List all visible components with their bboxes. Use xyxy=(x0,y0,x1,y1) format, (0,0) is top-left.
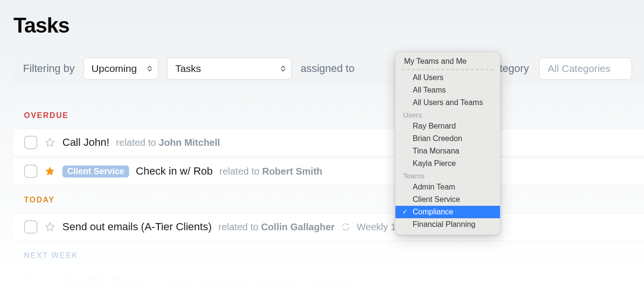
task-row[interactable]: Client Service Check in w/ Rob related t… xyxy=(13,157,644,185)
task-row[interactable]: Send out emails (A-Tier Clients) related… xyxy=(13,213,644,241)
star-icon[interactable] xyxy=(44,276,56,288)
filtering-by-label: Filtering by xyxy=(23,62,75,75)
type-value: Tasks xyxy=(175,63,201,74)
star-icon[interactable] xyxy=(44,137,56,148)
dropdown-item-user[interactable]: Brian Creedon xyxy=(395,132,500,145)
category-select[interactable]: All Categories xyxy=(539,58,632,80)
dropdown-item-team[interactable]: Admin Team xyxy=(395,181,500,193)
related-contact[interactable]: Collin Gallagher xyxy=(261,222,334,232)
dropdown-item-team-selected[interactable]: Compliance xyxy=(395,206,500,218)
task-related: related to Robert Smith xyxy=(219,166,322,177)
section-header-today: Today xyxy=(13,185,644,213)
page-title: Tasks xyxy=(13,13,644,37)
star-icon-filled[interactable] xyxy=(44,165,56,177)
section-header-next-week: Next Week xyxy=(13,241,644,269)
dropdown-item-user[interactable]: Tina Morsana xyxy=(395,145,500,157)
timeframe-value: Upcoming xyxy=(92,63,137,74)
task-title: Call John! xyxy=(62,136,109,149)
dropdown-item-all-users[interactable]: All Users xyxy=(395,71,500,84)
type-select[interactable]: Tasks xyxy=(167,58,292,80)
dropdown-item-all-teams[interactable]: All Teams xyxy=(395,84,500,96)
task-category-badge: Client Service xyxy=(62,165,129,177)
task-title: Check in w/ Rob xyxy=(136,165,213,177)
star-icon[interactable] xyxy=(44,221,56,233)
timeframe-select[interactable]: Upcoming xyxy=(83,58,159,80)
task-row[interactable]: Run RMD Report Weekly on Mondays assigne… xyxy=(13,269,644,295)
dropdown-item-user[interactable]: Ray Bernard xyxy=(395,120,500,132)
repeat-icon xyxy=(150,278,159,286)
section-header-overdue: Overdue xyxy=(13,101,644,129)
dropdown-group-teams: Teams xyxy=(395,170,500,181)
task-checkbox[interactable] xyxy=(24,136,37,149)
category-value: All Categories xyxy=(548,63,610,74)
dropdown-item-team[interactable]: Financial Planning xyxy=(395,218,500,231)
related-contact[interactable]: Robert Smith xyxy=(262,166,322,177)
dropdown-item-team[interactable]: Client Service xyxy=(395,193,500,206)
related-contact[interactable]: John Mitchell xyxy=(159,137,220,148)
filter-bar: Filtering by Upcoming Tasks assigned to … xyxy=(13,51,644,86)
dropdown-item-my-teams-and-me[interactable]: My Teams and Me xyxy=(395,55,500,68)
task-title: Run RMD Report xyxy=(62,276,143,288)
task-title: Send out emails (A-Tier Clients) xyxy=(62,221,212,233)
task-checkbox[interactable] xyxy=(24,275,37,289)
chevrons-updown-icon xyxy=(147,66,152,71)
dropdown-item-all-users-and-teams[interactable]: All Users and Teams xyxy=(395,96,500,109)
assignee-dropdown[interactable]: My Teams and Me All Users All Teams All … xyxy=(395,52,501,235)
chevrons-updown-icon xyxy=(281,66,286,71)
task-checkbox[interactable] xyxy=(24,220,37,234)
task-checkbox[interactable] xyxy=(24,165,37,178)
dropdown-divider xyxy=(402,69,493,70)
dropdown-item-user[interactable]: Kayla Pierce xyxy=(395,157,500,170)
repeat-icon xyxy=(341,223,350,231)
task-row[interactable]: Call John! related to John Mitchell xyxy=(13,129,644,156)
task-related: related to Collin Gallagher xyxy=(218,222,334,233)
task-list: Overdue Call John! related to John Mitch… xyxy=(13,101,644,295)
task-related: related to John Mitchell xyxy=(116,137,220,148)
task-assignee: assigned to Analytics xyxy=(258,277,354,288)
task-recurrence: Weekly on Mondays xyxy=(166,277,252,288)
assigned-to-label: assigned to xyxy=(300,62,355,75)
dropdown-group-users: Users xyxy=(395,109,500,120)
